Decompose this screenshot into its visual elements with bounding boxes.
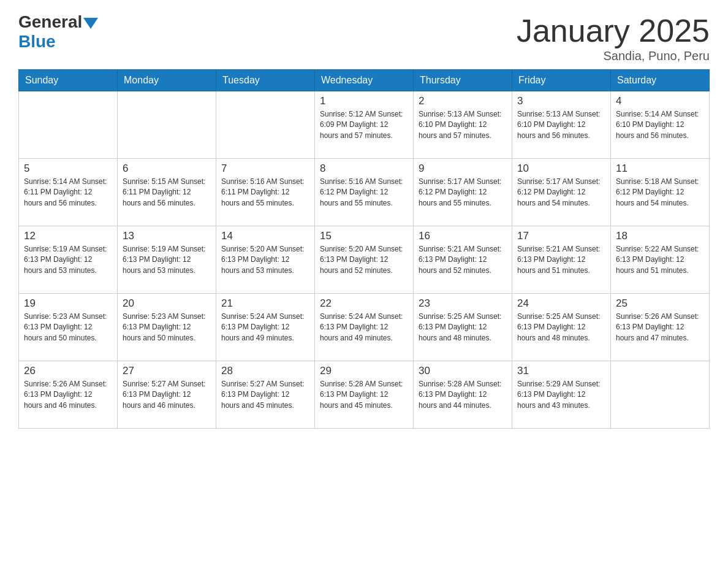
day-info: Sunrise: 5:20 AM Sunset: 6:13 PM Dayligh… [320, 244, 408, 276]
day-cell: 20Sunrise: 5:23 AM Sunset: 6:13 PM Dayli… [118, 294, 216, 361]
day-number: 8 [320, 163, 408, 175]
day-info: Sunrise: 5:26 AM Sunset: 6:13 PM Dayligh… [24, 379, 112, 411]
day-number: 2 [419, 95, 507, 107]
logo-general-text: General [18, 12, 82, 32]
day-number: 4 [616, 95, 704, 107]
day-number: 28 [221, 365, 309, 377]
day-info: Sunrise: 5:20 AM Sunset: 6:13 PM Dayligh… [221, 244, 309, 276]
day-number: 21 [221, 297, 309, 310]
day-info: Sunrise: 5:13 AM Sunset: 6:10 PM Dayligh… [517, 109, 605, 141]
day-info: Sunrise: 5:21 AM Sunset: 6:13 PM Dayligh… [517, 244, 605, 276]
day-cell: 4Sunrise: 5:14 AM Sunset: 6:10 PM Daylig… [611, 91, 710, 159]
logo-blue-text: Blue [18, 32, 56, 51]
week-row-3: 19Sunrise: 5:23 AM Sunset: 6:13 PM Dayli… [19, 294, 710, 361]
day-info: Sunrise: 5:19 AM Sunset: 6:13 PM Dayligh… [123, 244, 211, 276]
day-cell: 31Sunrise: 5:29 AM Sunset: 6:13 PM Dayli… [512, 361, 611, 429]
day-cell: 25Sunrise: 5:26 AM Sunset: 6:13 PM Dayli… [611, 294, 710, 361]
header-cell-saturday: Saturday [611, 70, 710, 91]
day-info: Sunrise: 5:24 AM Sunset: 6:13 PM Dayligh… [320, 312, 408, 343]
calendar-table: SundayMondayTuesdayWednesdayThursdayFrid… [18, 69, 710, 429]
day-info: Sunrise: 5:29 AM Sunset: 6:13 PM Dayligh… [517, 379, 605, 411]
day-number: 9 [419, 163, 507, 175]
day-number: 6 [123, 163, 211, 175]
day-cell: 16Sunrise: 5:21 AM Sunset: 6:13 PM Dayli… [414, 226, 512, 294]
day-number: 14 [221, 230, 309, 242]
day-cell: 8Sunrise: 5:16 AM Sunset: 6:12 PM Daylig… [315, 159, 414, 226]
day-cell: 30Sunrise: 5:28 AM Sunset: 6:13 PM Dayli… [414, 361, 512, 429]
day-cell [118, 91, 216, 159]
day-info: Sunrise: 5:19 AM Sunset: 6:13 PM Dayligh… [24, 244, 112, 276]
day-number: 30 [419, 365, 507, 377]
day-info: Sunrise: 5:28 AM Sunset: 6:13 PM Dayligh… [419, 379, 507, 411]
day-info: Sunrise: 5:26 AM Sunset: 6:13 PM Dayligh… [616, 312, 704, 343]
day-cell: 27Sunrise: 5:27 AM Sunset: 6:13 PM Dayli… [118, 361, 216, 429]
week-row-0: 1Sunrise: 5:12 AM Sunset: 6:09 PM Daylig… [19, 91, 710, 159]
header-cell-wednesday: Wednesday [315, 70, 414, 91]
day-number: 16 [419, 230, 507, 242]
week-row-4: 26Sunrise: 5:26 AM Sunset: 6:13 PM Dayli… [19, 361, 710, 429]
day-info: Sunrise: 5:18 AM Sunset: 6:12 PM Dayligh… [616, 177, 704, 209]
day-cell: 21Sunrise: 5:24 AM Sunset: 6:13 PM Dayli… [216, 294, 315, 361]
day-cell: 2Sunrise: 5:13 AM Sunset: 6:10 PM Daylig… [414, 91, 512, 159]
header-cell-thursday: Thursday [414, 70, 512, 91]
day-info: Sunrise: 5:24 AM Sunset: 6:13 PM Dayligh… [221, 312, 309, 343]
day-info: Sunrise: 5:14 AM Sunset: 6:10 PM Dayligh… [616, 109, 704, 141]
day-info: Sunrise: 5:27 AM Sunset: 6:13 PM Dayligh… [221, 379, 309, 411]
logo-triangle-icon [83, 18, 98, 29]
day-number: 29 [320, 365, 408, 377]
header-cell-monday: Monday [118, 70, 216, 91]
day-info: Sunrise: 5:27 AM Sunset: 6:13 PM Dayligh… [123, 379, 211, 411]
day-info: Sunrise: 5:25 AM Sunset: 6:13 PM Dayligh… [419, 312, 507, 343]
day-number: 18 [616, 230, 704, 242]
day-info: Sunrise: 5:16 AM Sunset: 6:11 PM Dayligh… [221, 177, 309, 209]
week-row-1: 5Sunrise: 5:14 AM Sunset: 6:11 PM Daylig… [19, 159, 710, 226]
day-info: Sunrise: 5:21 AM Sunset: 6:13 PM Dayligh… [419, 244, 507, 276]
day-number: 5 [24, 163, 112, 175]
day-number: 31 [517, 365, 605, 377]
day-cell: 10Sunrise: 5:17 AM Sunset: 6:12 PM Dayli… [512, 159, 611, 226]
day-info: Sunrise: 5:23 AM Sunset: 6:13 PM Dayligh… [24, 312, 112, 343]
day-cell: 9Sunrise: 5:17 AM Sunset: 6:12 PM Daylig… [414, 159, 512, 226]
day-number: 25 [616, 297, 704, 310]
day-cell: 14Sunrise: 5:20 AM Sunset: 6:13 PM Dayli… [216, 226, 315, 294]
day-number: 19 [24, 297, 112, 310]
day-cell: 26Sunrise: 5:26 AM Sunset: 6:13 PM Dayli… [19, 361, 118, 429]
day-info: Sunrise: 5:22 AM Sunset: 6:13 PM Dayligh… [616, 244, 704, 276]
day-number: 26 [24, 365, 112, 377]
day-info: Sunrise: 5:17 AM Sunset: 6:12 PM Dayligh… [517, 177, 605, 209]
day-info: Sunrise: 5:12 AM Sunset: 6:09 PM Dayligh… [320, 109, 408, 141]
day-cell: 12Sunrise: 5:19 AM Sunset: 6:13 PM Dayli… [19, 226, 118, 294]
day-cell: 22Sunrise: 5:24 AM Sunset: 6:13 PM Dayli… [315, 294, 414, 361]
day-number: 17 [517, 230, 605, 242]
day-cell: 17Sunrise: 5:21 AM Sunset: 6:13 PM Dayli… [512, 226, 611, 294]
week-row-2: 12Sunrise: 5:19 AM Sunset: 6:13 PM Dayli… [19, 226, 710, 294]
header-cell-sunday: Sunday [19, 70, 118, 91]
logo: General Blue [18, 12, 99, 52]
page-header: General Blue January 2025 Sandia, Puno, … [18, 12, 710, 63]
day-cell: 19Sunrise: 5:23 AM Sunset: 6:13 PM Dayli… [19, 294, 118, 361]
day-number: 23 [419, 297, 507, 310]
day-info: Sunrise: 5:13 AM Sunset: 6:10 PM Dayligh… [419, 109, 507, 141]
day-number: 12 [24, 230, 112, 242]
day-cell: 15Sunrise: 5:20 AM Sunset: 6:13 PM Dayli… [315, 226, 414, 294]
day-number: 24 [517, 297, 605, 310]
day-cell [19, 91, 118, 159]
day-info: Sunrise: 5:25 AM Sunset: 6:13 PM Dayligh… [517, 312, 605, 343]
header-cell-tuesday: Tuesday [216, 70, 315, 91]
day-cell: 5Sunrise: 5:14 AM Sunset: 6:11 PM Daylig… [19, 159, 118, 226]
day-cell: 28Sunrise: 5:27 AM Sunset: 6:13 PM Dayli… [216, 361, 315, 429]
day-cell: 11Sunrise: 5:18 AM Sunset: 6:12 PM Dayli… [611, 159, 710, 226]
day-cell: 24Sunrise: 5:25 AM Sunset: 6:13 PM Dayli… [512, 294, 611, 361]
day-info: Sunrise: 5:16 AM Sunset: 6:12 PM Dayligh… [320, 177, 408, 209]
day-number: 13 [123, 230, 211, 242]
day-cell: 29Sunrise: 5:28 AM Sunset: 6:13 PM Dayli… [315, 361, 414, 429]
day-cell: 6Sunrise: 5:15 AM Sunset: 6:11 PM Daylig… [118, 159, 216, 226]
day-info: Sunrise: 5:17 AM Sunset: 6:12 PM Dayligh… [419, 177, 507, 209]
calendar-header: SundayMondayTuesdayWednesdayThursdayFrid… [19, 70, 710, 91]
title-block: January 2025 Sandia, Puno, Peru [517, 12, 710, 63]
day-cell: 1Sunrise: 5:12 AM Sunset: 6:09 PM Daylig… [315, 91, 414, 159]
calendar-subtitle: Sandia, Puno, Peru [517, 49, 710, 63]
day-number: 27 [123, 365, 211, 377]
day-info: Sunrise: 5:28 AM Sunset: 6:13 PM Dayligh… [320, 379, 408, 411]
day-number: 7 [221, 163, 309, 175]
